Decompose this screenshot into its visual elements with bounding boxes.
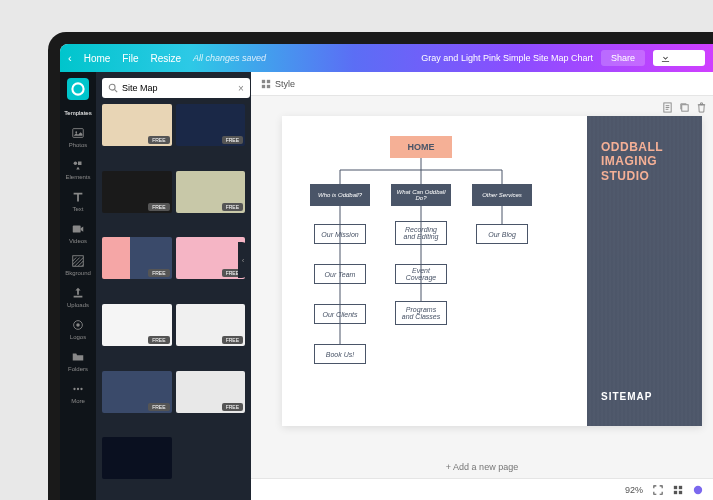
save-status: All changes saved [193,53,266,63]
download-button[interactable]: Down [653,50,705,66]
template-thumb[interactable]: FREE [176,371,246,413]
share-button[interactable]: Share [601,50,645,66]
sitemap-diagram: HOME Who is Oddball? What Can Oddball Do… [282,116,587,426]
svg-point-3 [74,162,78,166]
elements-icon [71,158,85,172]
node-leaf: Event Coverage [395,264,447,284]
template-thumb[interactable]: FREE [176,304,246,346]
rail-more[interactable]: More [60,378,96,408]
rail-uploads[interactable]: Uploads [60,282,96,312]
search-input[interactable] [122,83,234,93]
node-leaf: Book Us! [314,344,366,364]
background-icon [71,254,85,268]
svg-rect-1 [73,129,84,138]
svg-rect-19 [267,84,270,87]
svg-rect-18 [262,84,265,87]
svg-point-11 [80,388,82,390]
node-category: What Can Oddball Do? [391,184,451,206]
rail-text[interactable]: Text [60,186,96,216]
svg-rect-21 [682,105,688,111]
template-thumb[interactable]: FREE [102,304,172,346]
template-thumb[interactable]: FREE [102,371,172,413]
add-page-button[interactable]: + Add a new page [251,456,713,478]
svg-point-9 [73,388,75,390]
canvas-tools [662,102,707,113]
rail-logos[interactable]: Logos [60,314,96,344]
clear-search-icon[interactable]: × [238,83,244,94]
rail-background[interactable]: Bkground [60,250,96,280]
templates-panel: × FREE FREE FREE FREE FREE FREE FREE FRE… [96,72,251,500]
svg-rect-17 [267,79,270,82]
brand-title: ODDBALL IMAGING STUDIO [601,140,688,183]
node-leaf: Our Team [314,264,366,284]
resize-menu[interactable]: Resize [150,53,181,64]
svg-point-8 [76,323,80,327]
file-menu[interactable]: File [122,53,138,64]
svg-rect-6 [73,256,84,267]
svg-point-10 [77,388,79,390]
home-nav[interactable]: Home [84,53,111,64]
duplicate-icon[interactable] [679,102,690,113]
videos-icon [71,222,85,236]
folders-icon [71,350,85,364]
rail-videos[interactable]: Videos [60,218,96,248]
canva-logo-icon[interactable] [67,78,89,100]
svg-point-12 [109,84,115,90]
design-canvas[interactable]: HOME Who is Oddball? What Can Oddball Do… [282,116,702,426]
node-category: Who is Oddball? [310,184,370,206]
main-area: Templates Photos Elements Text Videos Bk… [60,72,713,500]
brand-sidebar: ODDBALL IMAGING STUDIO SITEMAP [587,116,702,426]
svg-rect-30 [674,485,677,488]
logos-icon [71,318,85,332]
svg-rect-31 [679,485,682,488]
document-title[interactable]: Gray and Light Pink Simple Site Map Char… [421,53,593,63]
template-thumb[interactable]: FREE [102,237,172,279]
uploads-icon [71,286,85,300]
grid-view-icon[interactable] [673,485,683,495]
node-home: HOME [390,136,452,158]
search-input-wrap[interactable]: × [102,78,250,98]
left-rail: Templates Photos Elements Text Videos Bk… [60,72,96,500]
svg-rect-5 [73,226,81,233]
svg-rect-32 [674,490,677,493]
template-thumb[interactable]: FREE [176,237,246,279]
node-leaf: Our Mission [314,224,366,244]
svg-rect-4 [78,162,82,166]
trash-icon[interactable] [696,102,707,113]
rail-templates[interactable]: Templates [60,106,96,120]
style-toolbar[interactable]: Style [251,72,713,96]
svg-rect-16 [262,79,265,82]
canvas-area: Style HOME Who is Oddball? Wha [251,72,713,500]
laptop-frame: ‹ Home File Resize All changes saved Gra… [48,32,713,500]
notes-icon[interactable] [662,102,673,113]
rail-folders[interactable]: Folders [60,346,96,376]
panel-collapse-handle[interactable]: ‹ [238,242,248,278]
node-leaf: Our Blog [476,224,528,244]
top-menubar: ‹ Home File Resize All changes saved Gra… [60,44,713,72]
text-icon [71,190,85,204]
svg-point-34 [694,485,702,493]
photos-icon [71,126,85,140]
template-thumb[interactable]: FREE [102,104,172,146]
svg-point-2 [75,131,77,133]
back-icon[interactable]: ‹ [68,52,72,64]
help-icon[interactable] [693,485,703,495]
svg-rect-33 [679,490,682,493]
style-icon [261,79,271,89]
node-category: Other Services [472,184,532,206]
zoom-level[interactable]: 92% [625,485,643,495]
template-thumb[interactable]: FREE [176,104,246,146]
template-thumb[interactable] [102,437,172,479]
brand-footer: SITEMAP [601,391,688,402]
node-leaf: Our Clients [314,304,366,324]
search-icon [108,83,118,93]
template-thumb[interactable]: FREE [102,171,172,213]
node-leaf: Programs and Classes [395,301,447,325]
app-screen: ‹ Home File Resize All changes saved Gra… [60,44,713,500]
more-icon [71,382,85,396]
rail-photos[interactable]: Photos [60,122,96,152]
rail-elements[interactable]: Elements [60,154,96,184]
template-grid: FREE FREE FREE FREE FREE FREE FREE FREE … [96,104,251,500]
fullscreen-icon[interactable] [653,485,663,495]
template-thumb[interactable]: FREE [176,171,246,213]
